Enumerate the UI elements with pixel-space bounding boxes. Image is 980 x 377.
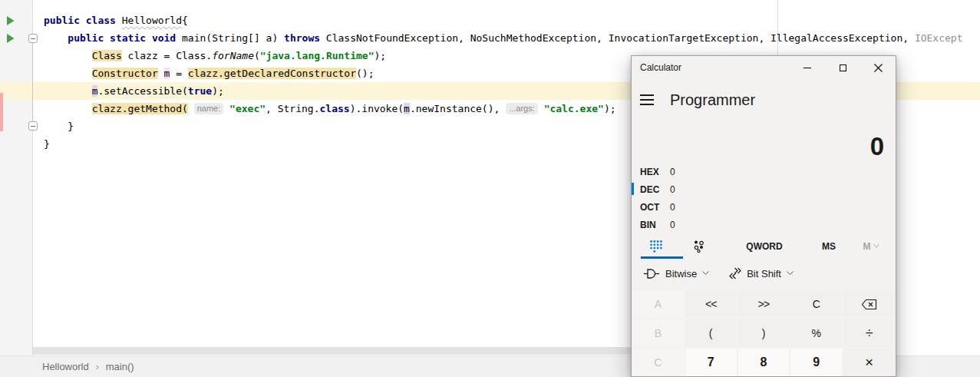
string-literal: "calc.exe": [544, 103, 604, 114]
code-text: [44, 68, 92, 79]
code-text: true: [188, 85, 212, 97]
breadcrumb-class[interactable]: Helloworld: [42, 361, 89, 372]
fold-end-icon[interactable]: [28, 121, 38, 131]
memory-store-label: MS: [822, 241, 836, 252]
code-text: [538, 103, 544, 114]
operator-menus-row: Bitwise Bit Shift: [632, 259, 896, 288]
minimize-icon: [803, 68, 811, 68]
bitwise-dropdown[interactable]: Bitwise: [644, 268, 709, 279]
code-line[interactable]: public static void main(String[] a) thro…: [33, 29, 980, 47]
code-text: [158, 68, 164, 79]
chevron-down-icon: [702, 271, 709, 276]
radix-panel: HEX 0 DEC 0 OCT 0 BIN 0: [632, 163, 896, 233]
minimize-button[interactable]: [790, 56, 825, 80]
memory-flyout-label: M: [863, 241, 871, 252]
close-icon: [874, 64, 883, 72]
string-literal: "exec": [229, 103, 266, 114]
word-size-label: QWORD: [746, 241, 782, 252]
radix-value: 0: [670, 167, 675, 177]
maximize-button[interactable]: [825, 56, 860, 80]
multiply-button[interactable]: ×: [843, 349, 895, 376]
percent-button[interactable]: %: [790, 319, 842, 347]
editor-gutter: [0, 0, 33, 356]
code-text: .setAccessible(: [97, 85, 187, 97]
code-text: }: [44, 138, 50, 150]
calculator-display: 0: [632, 115, 896, 163]
code-text-clipped: IOExcept: [915, 32, 963, 44]
radix-label: HEX: [640, 167, 670, 177]
mode-title: Programmer: [670, 91, 755, 109]
highlighted-usage: clazz.getMethod(: [92, 103, 188, 114]
code-text: =: [170, 68, 187, 79]
highlighted-usage: Constructor: [92, 68, 158, 79]
read-access-var: m: [404, 103, 410, 114]
backspace-button[interactable]: [843, 290, 895, 318]
code-text: public class: [44, 15, 122, 26]
memory-flyout-button[interactable]: M: [852, 233, 890, 259]
code-text: clazz = Class.: [122, 50, 212, 61]
code-line[interactable]: public class Helloworld{: [33, 12, 980, 29]
open-paren-button[interactable]: (: [685, 319, 737, 347]
radix-value: 0: [670, 220, 675, 230]
breadcrumb-method[interactable]: main(): [106, 361, 134, 372]
backspace-icon: [861, 299, 877, 310]
bit-toggle-keypad-button[interactable]: [681, 233, 717, 259]
calculator-titlebar[interactable]: Calculator: [632, 56, 896, 80]
code-text: public static void: [44, 32, 182, 44]
radix-label: OCT: [640, 202, 670, 213]
bitwise-label: Bitwise: [665, 268, 697, 279]
bit-toggle-keypad-icon: [693, 240, 705, 253]
full-keypad-icon: [649, 240, 662, 253]
code-text: (: [254, 50, 260, 61]
vcs-change-bar: [0, 93, 3, 131]
left-shift-button[interactable]: <<: [685, 290, 737, 318]
bitshift-label: Bit Shift: [747, 268, 781, 279]
hex-c-button: C: [632, 349, 684, 376]
code-text: ();: [356, 68, 374, 79]
hex-b-button: B: [632, 319, 684, 347]
param-args-hint: ...args:: [506, 103, 538, 114]
digit-8-button[interactable]: 8: [738, 349, 790, 376]
memory-store-button[interactable]: MS: [806, 233, 852, 259]
calculator-toolbar: QWORD MS M: [632, 233, 896, 259]
digit-7-button[interactable]: 7: [685, 349, 737, 376]
run-class-icon[interactable]: [6, 16, 15, 25]
word-size-button[interactable]: QWORD: [734, 233, 795, 259]
code-text: );: [212, 85, 224, 97]
radix-row-dec-selected[interactable]: DEC 0: [632, 180, 896, 198]
param-name-hint: name:: [194, 103, 224, 114]
class-name-warning: Helloworld: [122, 15, 182, 26]
code-text: [223, 103, 229, 114]
selected-toggle-underline: [641, 256, 683, 259]
run-main-icon[interactable]: [6, 34, 15, 43]
code-text: ClassNotFoundException, NoSuchMethodExce…: [320, 32, 915, 44]
chevron-down-icon: [787, 271, 794, 276]
chevron-down-icon: [873, 244, 879, 248]
radix-row-hex[interactable]: HEX 0: [632, 163, 896, 180]
hamburger-menu-icon[interactable]: [640, 94, 654, 105]
radix-value: 0: [670, 184, 675, 195]
caption-buttons: [790, 56, 896, 80]
display-value: 0: [870, 132, 884, 161]
close-button[interactable]: [860, 56, 896, 80]
digit-9-button[interactable]: 9: [790, 349, 842, 376]
code-text: }: [44, 121, 74, 132]
full-keypad-toggle[interactable]: [638, 233, 673, 259]
calculator-keypad: A << >> C B ( ) % ÷ C 7 8 9 ×: [632, 290, 896, 377]
divide-button[interactable]: ÷: [843, 319, 895, 347]
maximize-icon: [840, 64, 846, 71]
radix-value: 0: [670, 202, 675, 213]
right-shift-button[interactable]: >>: [738, 290, 790, 318]
fold-collapse-icon[interactable]: [28, 34, 38, 43]
code-text: throws: [284, 32, 320, 44]
close-paren-button[interactable]: ): [738, 319, 790, 347]
bitshift-dropdown[interactable]: Bit Shift: [729, 267, 794, 279]
clear-button[interactable]: C: [790, 290, 842, 318]
breadcrumb-separator-icon: ›: [96, 362, 99, 372]
code-text: main(String[] a): [182, 32, 284, 44]
code-text: ).invoke(: [350, 103, 404, 114]
radix-row-oct[interactable]: OCT 0: [632, 198, 896, 216]
highlighted-usage: clazz.getDeclaredConstructor: [188, 68, 356, 79]
radix-row-bin[interactable]: BIN 0: [632, 216, 896, 233]
logic-gate-icon: [644, 268, 660, 279]
